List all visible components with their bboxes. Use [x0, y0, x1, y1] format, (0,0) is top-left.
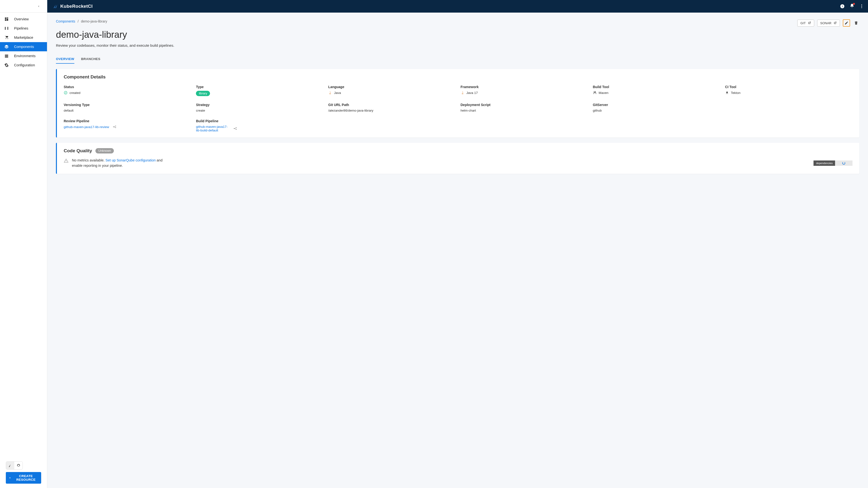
detail-value: /alezander86/demo-java-library: [328, 109, 456, 112]
review-pipeline-link[interactable]: github-maven-java17-lib-review: [64, 125, 109, 129]
detail-value: default: [64, 109, 191, 112]
git-button[interactable]: GIT: [797, 20, 814, 27]
ci-tool-text: Tekton: [731, 91, 741, 95]
sidebar: Overview Pipelines Marketplace Component…: [0, 12, 47, 181]
header-left: KubeRocketCI: [0, 0, 93, 12]
header-right: i: [840, 3, 864, 9]
check-circle-icon: [64, 91, 68, 95]
card-title: Component Details: [64, 74, 852, 79]
sonarqube-config-link[interactable]: Set up SonarQube configuration: [105, 158, 156, 162]
sidebar-item-marketplace[interactable]: Marketplace: [0, 33, 47, 42]
svg-rect-8: [5, 20, 6, 21]
external-link-icon: [808, 21, 811, 25]
svg-rect-7: [7, 19, 8, 21]
detail-value: github-maven-java17-lib-build-default: [196, 125, 323, 132]
sidebar-item-label: Marketplace: [14, 36, 33, 39]
svg-point-2: [861, 5, 862, 5]
detail-language: Language Java: [328, 85, 456, 96]
breadcrumb: Components / demo-java-library: [56, 20, 107, 23]
svg-rect-13: [5, 57, 8, 58]
detail-value: create: [196, 109, 323, 112]
svg-rect-9: [5, 27, 6, 30]
more-icon[interactable]: [859, 4, 864, 9]
sidebar-collapse-button[interactable]: [0, 0, 47, 12]
tab-branches[interactable]: BRANCHES: [81, 55, 100, 64]
detail-label: Framework: [461, 85, 588, 89]
tab-overview[interactable]: OVERVIEW: [56, 55, 74, 64]
pencil-icon: [844, 21, 848, 25]
code-quality-card: Code Quality Unknown No metrics availabl…: [56, 143, 859, 174]
brand-name: KubeRocketCI: [60, 4, 93, 9]
svg-point-18: [115, 127, 116, 128]
detail-label: Type: [196, 85, 323, 89]
page-title: demo-java-library: [56, 30, 859, 40]
layers-icon: [4, 44, 9, 49]
graph-icon[interactable]: [233, 127, 237, 130]
svg-rect-6: [7, 18, 8, 19]
detail-label: Git URL Path: [328, 103, 456, 107]
cq-message: No metrics available. Set up SonarQube c…: [64, 158, 174, 168]
detail-label: Status: [64, 85, 191, 89]
detail-label: Versioning Type: [64, 103, 191, 107]
cart-icon: [4, 35, 9, 40]
svg-point-21: [236, 129, 237, 130]
detail-gitserver: GitServer github: [593, 103, 720, 112]
detail-value: helm-chart: [461, 109, 588, 112]
dep-label: dependencies: [813, 161, 835, 166]
detail-value: github: [593, 109, 720, 112]
sidebar-nav: Overview Pipelines Marketplace Component…: [0, 12, 47, 181]
component-details-card: Component Details Status created Type li…: [56, 69, 859, 137]
sidebar-item-environments[interactable]: Environments: [0, 51, 47, 61]
dep-loading: [835, 161, 852, 166]
svg-point-16: [113, 127, 114, 127]
action-bar: GIT SONAR: [797, 20, 859, 27]
details-grid: Status created Type library Language Jav…: [64, 85, 852, 132]
external-link-icon: [833, 21, 837, 25]
pipeline-icon: [4, 26, 9, 31]
svg-rect-11: [5, 55, 8, 56]
gear-icon: [4, 63, 9, 67]
svg-rect-12: [5, 56, 8, 56]
breadcrumb-current: demo-java-library: [81, 20, 107, 23]
java-icon: [328, 91, 332, 95]
detail-strategy: Strategy create: [196, 103, 323, 112]
cq-msg-prefix: No metrics available.: [72, 158, 105, 162]
detail-label: Build Pipeline: [196, 119, 323, 123]
language-text: Java: [334, 91, 341, 95]
top-line: Components / demo-java-library GIT SONAR: [56, 20, 859, 27]
detail-value: Java 17: [461, 91, 588, 95]
detail-giturl: Git URL Path /alezander86/demo-java-libr…: [328, 103, 456, 112]
sidebar-item-overview[interactable]: Overview: [0, 14, 47, 24]
header-bar: KubeRocketCI i: [0, 0, 868, 12]
detail-value: Java: [328, 91, 456, 95]
detail-versioning: Versioning Type default: [64, 103, 191, 112]
sidebar-item-label: Overview: [14, 17, 29, 21]
page-subtitle: Review your codebases, monitor their sta…: [56, 43, 859, 47]
detail-status: Status created: [64, 85, 191, 96]
git-button-label: GIT: [800, 21, 806, 25]
cq-badge: Unknown: [95, 148, 114, 154]
svg-rect-10: [7, 27, 8, 30]
breadcrumb-root[interactable]: Components: [56, 20, 75, 23]
cq-body: No metrics available. Set up SonarQube c…: [64, 158, 852, 168]
detail-label: Review Pipeline: [64, 119, 191, 123]
info-icon[interactable]: i: [840, 4, 845, 9]
trash-icon: [854, 21, 858, 25]
graph-icon[interactable]: [113, 125, 117, 129]
notifications-button[interactable]: [849, 3, 855, 9]
sidebar-item-components[interactable]: Components: [0, 42, 47, 51]
build-pipeline-link[interactable]: github-maven-java17-lib-build-default: [196, 125, 230, 132]
status-text: created: [69, 91, 81, 95]
maven-icon: [593, 91, 597, 95]
sonar-button[interactable]: SONAR: [817, 20, 840, 27]
notification-dot: [853, 3, 855, 5]
sidebar-item-configuration[interactable]: Configuration: [0, 61, 47, 70]
dependencies-badge: dependencies: [813, 161, 852, 166]
sidebar-item-pipelines[interactable]: Pipelines: [0, 24, 47, 33]
env-icon: [4, 54, 9, 58]
svg-point-20: [236, 127, 237, 128]
spinner-icon: [842, 162, 845, 165]
delete-button[interactable]: [853, 20, 859, 26]
svg-point-3: [861, 6, 862, 6]
edit-button[interactable]: [843, 20, 850, 27]
